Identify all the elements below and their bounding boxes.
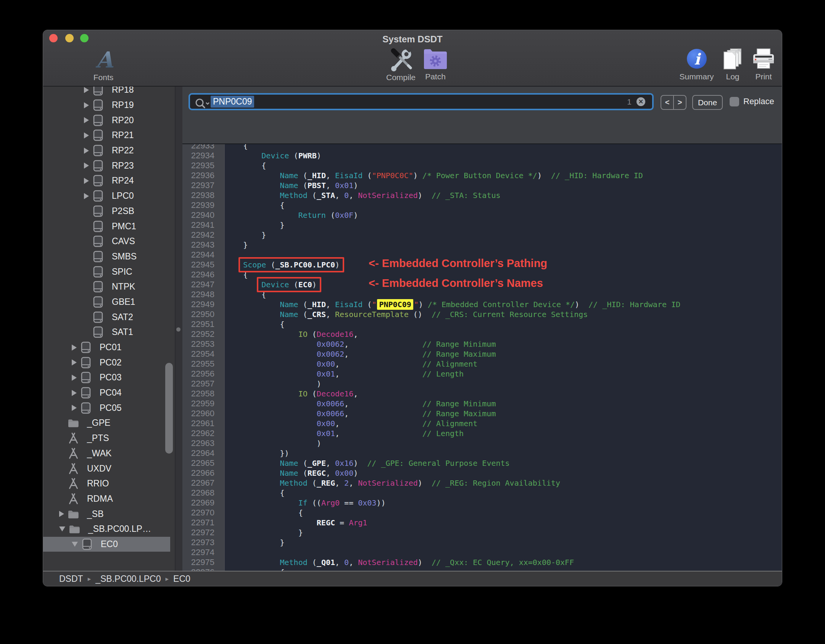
- code-line: 22954 0x0062, // Range Maximum: [182, 349, 782, 359]
- code-token: 0x0062: [317, 340, 344, 349]
- code-text: }): [225, 448, 782, 458]
- sidebar-item-wak[interactable]: _WAK: [43, 446, 170, 461]
- sidebar-item-rp23[interactable]: RP23: [43, 158, 170, 173]
- compile-button[interactable]: Compile: [383, 48, 419, 82]
- code-token: "PNP0C0C": [372, 171, 413, 180]
- code-token: Method: [280, 478, 308, 488]
- sidebar-item-gbe1[interactable]: GBE1: [43, 295, 170, 310]
- find-next-button[interactable]: >: [674, 96, 686, 109]
- sidebar-item-lpc0[interactable]: LPC0: [43, 188, 170, 204]
- line-number: 22946: [182, 270, 225, 280]
- sidebar-item-rp20[interactable]: RP20: [43, 113, 170, 128]
- search-input[interactable]: PNP0C09 1 ✕: [189, 93, 654, 110]
- sidebar-item-pts[interactable]: _PTS: [43, 431, 170, 446]
- sidebar-item-sb[interactable]: _SB: [43, 506, 170, 522]
- code-token: Name: [280, 469, 298, 478]
- disclosure-right-icon[interactable]: [84, 132, 89, 138]
- clear-search-icon[interactable]: ✕: [636, 97, 645, 106]
- breadcrumb-separator-icon: ▸: [166, 575, 169, 583]
- code-token: ): [413, 171, 422, 180]
- log-button[interactable]: Log: [719, 48, 746, 81]
- disclosure-right-icon[interactable]: [72, 375, 77, 381]
- sidebar-item-rp18[interactable]: RP18: [43, 87, 170, 98]
- sidebar-item-cavs[interactable]: CAVS: [43, 234, 170, 249]
- disclosure-right-icon[interactable]: [84, 87, 89, 93]
- sidebar-item-pmc1[interactable]: PMC1: [43, 219, 170, 234]
- disclosure-right-icon[interactable]: [84, 102, 89, 108]
- code-editor[interactable]: 22933 {22934 Device (PWRB)22935 {22936 N…: [182, 144, 782, 586]
- tree-item-label: PMC1: [112, 221, 136, 232]
- disclosure-right-icon[interactable]: [72, 359, 77, 365]
- sidebar-item-uxdv[interactable]: UXDV: [43, 461, 170, 476]
- disclosure-down-icon[interactable]: [59, 526, 65, 531]
- sidebar-item-spic[interactable]: SPIC: [43, 264, 170, 279]
- sidebar-item-sbpc00lp[interactable]: _SB.PC00.LP…: [43, 522, 170, 537]
- disclosure-right-icon[interactable]: [84, 178, 89, 184]
- print-button[interactable]: Print: [748, 48, 779, 81]
- summary-button[interactable]: i Summary: [677, 48, 717, 81]
- sidebar-item-rdma[interactable]: RDMA: [43, 491, 170, 507]
- code-token: ,: [344, 349, 422, 359]
- dsdt-tree[interactable]: RP18RP19RP20RP21RP22RP23RP24LPC0P2SBPMC1…: [43, 87, 170, 554]
- sidebar-item-gpe[interactable]: _GPE: [43, 415, 170, 431]
- sidebar-item-smbs[interactable]: SMBS: [43, 249, 170, 264]
- disclosure-down-icon[interactable]: [72, 542, 78, 547]
- line-number: 22973: [182, 538, 225, 547]
- code-token: /* Power Button Device */: [422, 171, 537, 180]
- sidebar-item-rp21[interactable]: RP21: [43, 128, 170, 143]
- find-previous-button[interactable]: <: [661, 96, 674, 109]
- sidebar-item-ec0[interactable]: EC0: [43, 537, 170, 552]
- disclosure-right-icon[interactable]: [59, 511, 64, 517]
- code-token: _HID: [308, 300, 326, 309]
- tree-item-label: RP20: [112, 115, 134, 126]
- code-token: ,: [335, 478, 344, 488]
- patch-folder-icon: [423, 48, 448, 71]
- replace-checkbox[interactable]: [730, 97, 739, 106]
- sidebar-item-rp22[interactable]: RP22: [43, 143, 170, 158]
- sidebar-item-sat1[interactable]: SAT1: [43, 325, 170, 340]
- sidebar-item-pc01[interactable]: PC01: [43, 340, 170, 355]
- tree-item-label: _SB: [87, 509, 103, 519]
- sidebar-item-pc05[interactable]: PC05: [43, 400, 170, 415]
- fonts-button[interactable]: A Fonts: [88, 48, 119, 82]
- breadcrumb-item[interactable]: _SB.PC00.LPC0: [95, 574, 161, 584]
- code-token: }): [225, 449, 289, 458]
- code-token: ): [353, 181, 358, 190]
- line-number: 22935: [182, 161, 225, 171]
- code-token: (: [326, 211, 335, 220]
- disclosure-right-icon[interactable]: [72, 405, 77, 411]
- code-token: [225, 171, 280, 180]
- code-text: ): [225, 438, 782, 448]
- sidebar-item-rrio[interactable]: RRIO: [43, 476, 170, 491]
- tree-item-label: GBE1: [112, 297, 135, 307]
- sidebar-item-rp24[interactable]: RP24: [43, 173, 170, 188]
- disclosure-right-icon[interactable]: [84, 148, 89, 154]
- sidebar-item-sat2[interactable]: SAT2: [43, 309, 170, 325]
- patch-button[interactable]: Patch: [419, 48, 452, 81]
- code-token: ,: [326, 300, 335, 309]
- code-token: // Range Minimum: [422, 340, 496, 349]
- disclosure-right-icon[interactable]: [72, 390, 77, 396]
- disclosure-right-icon[interactable]: [84, 163, 89, 169]
- line-number: 22940: [182, 210, 225, 220]
- breadcrumb-item[interactable]: DSDT: [59, 574, 83, 584]
- code-token: {: [225, 144, 248, 150]
- tree-item-label: SPIC: [112, 267, 132, 277]
- sidebar-item-pc04[interactable]: PC04: [43, 385, 170, 401]
- done-button[interactable]: Done: [692, 95, 723, 110]
- sidebar-item-pc02[interactable]: PC02: [43, 355, 170, 370]
- code-text: }: [225, 240, 782, 250]
- code-token: Device: [261, 280, 289, 289]
- breadcrumb-item[interactable]: EC0: [173, 574, 190, 584]
- sidebar-item-p2sb[interactable]: P2SB: [43, 204, 170, 219]
- sidebar-item-rp19[interactable]: RP19: [43, 98, 170, 113]
- disclosure-right-icon[interactable]: [84, 117, 89, 123]
- disclosure-right-icon[interactable]: [84, 193, 89, 199]
- sidebar-item-pc03[interactable]: PC03: [43, 370, 170, 385]
- disclosure-right-icon[interactable]: [72, 345, 77, 351]
- code-token: _GPE: [308, 459, 326, 468]
- sidebar-item-ntpk[interactable]: NTPK: [43, 279, 170, 295]
- splitter-handle-icon[interactable]: [176, 327, 180, 332]
- sidebar-scrollbar[interactable]: [165, 363, 173, 454]
- code-line: 22961 0x00, // Alignment: [182, 419, 782, 428]
